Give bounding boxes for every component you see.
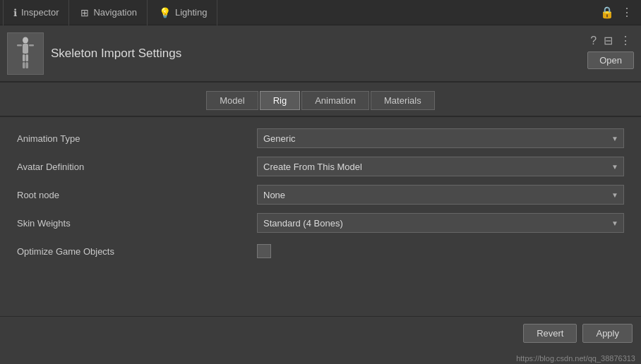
animation-type-select-wrapper: None Legacy Generic Humanoid [257, 128, 624, 148]
lock-icon[interactable]: 🔒 [600, 6, 614, 19]
revert-button[interactable]: Revert [523, 324, 577, 343]
svg-rect-7 [26, 62, 29, 68]
header-actions: ? ⊟ ⋮ Open [587, 31, 634, 69]
tab-bar: ℹ Inspector ⊞ Navigation 💡 Lighting 🔒 ⋮ [0, 0, 641, 25]
skin-weights-select-wrapper: Standard (4 Bones) Custom [257, 213, 624, 233]
svg-rect-4 [23, 54, 25, 61]
svg-rect-3 [29, 44, 34, 47]
root-node-label: Root node [17, 190, 257, 200]
root-node-control: None [257, 185, 624, 205]
navigation-icon: ⊞ [80, 7, 89, 18]
animation-type-row: Animation Type None Legacy Generic Human… [17, 128, 624, 148]
avatar-definition-control: No Avatar Create From This Model Copy Fr… [257, 157, 624, 176]
layout-icon[interactable]: ⊟ [604, 34, 613, 47]
tab-navigation-label: Navigation [93, 7, 136, 18]
optimize-game-objects-label: Optimize Game Objects [17, 246, 257, 257]
animation-type-control: None Legacy Generic Humanoid [257, 128, 624, 148]
skin-weights-control: Standard (4 Bones) Custom [257, 213, 624, 233]
optimize-game-objects-checkbox[interactable] [257, 244, 271, 258]
tab-lighting-label: Lighting [175, 7, 208, 18]
root-node-select-wrapper: None [257, 185, 624, 205]
header-section: Skeleton Import Settings ? ⊟ ⋮ Open [0, 25, 641, 82]
main-content: Animation Type None Legacy Generic Human… [0, 117, 641, 281]
tab-bar-actions: 🔒 ⋮ [600, 6, 638, 19]
animation-type-label: Animation Type [17, 133, 257, 144]
skeleton-svg [14, 37, 37, 71]
svg-point-0 [23, 37, 28, 43]
open-button[interactable]: Open [587, 51, 634, 69]
lighting-icon: 💡 [159, 7, 171, 18]
avatar-definition-select[interactable]: No Avatar Create From This Model Copy Fr… [257, 157, 624, 176]
skin-weights-select[interactable]: Standard (4 Bones) Custom [257, 213, 624, 233]
root-node-row: Root node None [17, 185, 624, 205]
skin-weights-label: Skin Weights [17, 218, 257, 229]
svg-rect-2 [17, 44, 22, 47]
skeleton-icon [7, 32, 44, 75]
footer: Revert Apply [0, 316, 641, 350]
optimize-game-objects-control [257, 244, 624, 258]
header-top-icons: ? ⊟ ⋮ [590, 34, 631, 47]
tab-rig[interactable]: Rig [260, 91, 301, 110]
more-options-icon[interactable]: ⋮ [621, 6, 633, 19]
skin-weights-row: Skin Weights Standard (4 Bones) Custom [17, 213, 624, 233]
tab-model[interactable]: Model [206, 91, 258, 110]
watermark: https://blog.csdn.net/qq_38876313 [516, 354, 635, 363]
avatar-definition-label: Avatar Definition [17, 162, 257, 172]
tab-navigation[interactable]: ⊞ Navigation [71, 0, 147, 25]
avatar-definition-row: Avatar Definition No Avatar Create From … [17, 157, 624, 176]
tab-inspector[interactable]: ℹ Inspector [3, 0, 69, 25]
animation-type-select[interactable]: None Legacy Generic Humanoid [257, 128, 624, 148]
header-title: Skeleton Import Settings [51, 47, 580, 61]
tab-animation[interactable]: Animation [301, 91, 369, 110]
tab-lighting[interactable]: 💡 Lighting [149, 0, 218, 25]
header-more-icon[interactable]: ⋮ [620, 34, 631, 47]
tab-materials[interactable]: Materials [371, 91, 435, 110]
optimize-game-objects-row: Optimize Game Objects [17, 241, 624, 261]
apply-button[interactable]: Apply [582, 324, 633, 343]
root-node-select[interactable]: None [257, 185, 624, 205]
svg-rect-1 [23, 44, 28, 54]
help-icon[interactable]: ? [590, 34, 597, 47]
sub-tab-bar: Model Rig Animation Materials [0, 83, 641, 116]
inspector-icon: ℹ [13, 7, 17, 18]
tab-inspector-label: Inspector [21, 7, 59, 18]
svg-rect-5 [26, 54, 29, 61]
svg-rect-6 [23, 62, 25, 68]
avatar-definition-select-wrapper: No Avatar Create From This Model Copy Fr… [257, 157, 624, 176]
